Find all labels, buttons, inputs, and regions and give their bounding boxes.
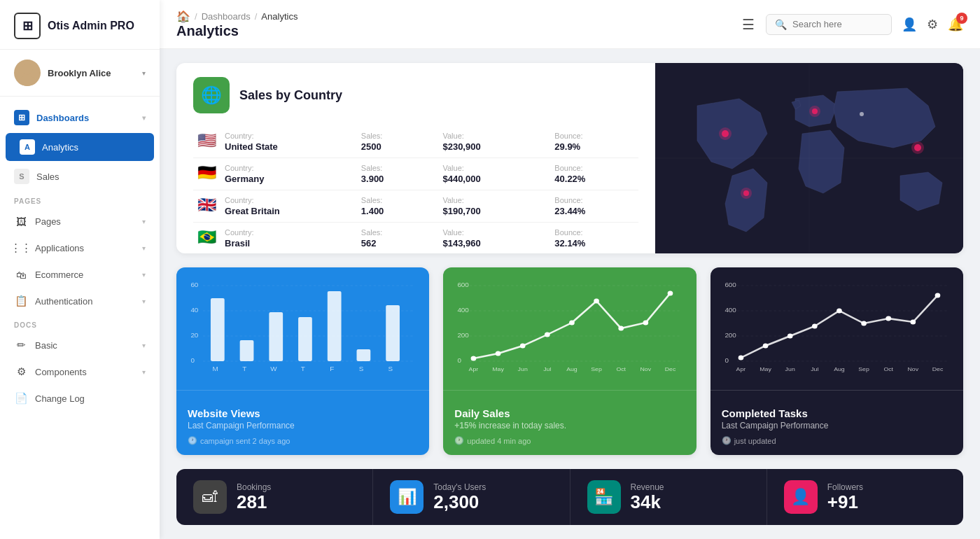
authentication-icon: 📋: [14, 294, 28, 308]
svg-rect-23: [240, 340, 254, 361]
bookings-text: Bookings 281: [237, 482, 271, 512]
website-views-card: 60 40 20 0: [176, 267, 429, 455]
sidebar-item-components[interactable]: ⚙ Components ▾: [0, 358, 160, 385]
svg-point-77: [910, 320, 916, 325]
sales-globe-icon: 🌐: [193, 77, 230, 113]
bounce-value: 23.44%: [554, 206, 634, 216]
svg-point-0: [22, 64, 33, 75]
bookings-label: Bookings: [237, 482, 271, 492]
sidebar-item-analytics[interactable]: A Analytics: [6, 133, 154, 161]
svg-point-8: [809, 106, 820, 117]
sidebar-item-sales[interactable]: S Sales: [0, 162, 160, 190]
charts-row: 60 40 20 0: [176, 267, 963, 455]
svg-text:Aug: Aug: [834, 365, 845, 372]
svg-point-11: [911, 141, 924, 154]
table-row: 🇺🇸 Country: United State Sales: 2500 Val…: [193, 126, 638, 158]
svg-text:M: M: [212, 365, 218, 372]
bounce-value: 40.22%: [554, 174, 634, 184]
sales-value: 1.400: [361, 206, 425, 216]
svg-point-75: [861, 321, 867, 326]
svg-rect-22: [211, 298, 225, 361]
country-flag: 🇺🇸: [197, 132, 216, 149]
website-views-subtitle: Last Campaign Performance: [188, 421, 418, 430]
svg-rect-28: [386, 305, 400, 361]
sidebar-item-pages[interactable]: 🖼 Pages ▾: [0, 208, 160, 234]
stat-item-bookings: 🛋 Bookings 281: [176, 469, 373, 525]
breadcrumb-dashboards[interactable]: Dashboards: [202, 11, 251, 22]
main-content: 🏠 / Dashboards / Analytics Analytics ☰ 🔍…: [160, 0, 980, 539]
sidebar-item-ecommerce[interactable]: 🛍 Ecommerce ▾: [0, 261, 160, 288]
svg-point-1: [18, 76, 36, 86]
dashboards-label: Dashboards: [36, 113, 135, 123]
svg-text:Oct: Oct: [617, 365, 626, 372]
ecommerce-label: Ecommerce: [35, 270, 135, 280]
pages-label: Pages: [35, 216, 135, 227]
daily-sales-svg: 600 400 200 0: [454, 279, 685, 377]
applications-label: Applications: [35, 243, 135, 253]
page-title: Analytics: [176, 23, 724, 39]
svg-rect-24: [269, 312, 283, 361]
sidebar-item-basic[interactable]: ✏ Basic ▾: [0, 332, 160, 358]
svg-rect-27: [357, 349, 371, 361]
country-col-label: Country:: [225, 196, 343, 204]
svg-point-46: [520, 344, 526, 349]
clock-icon: 🕐: [454, 436, 464, 445]
svg-text:W: W: [270, 365, 276, 372]
revenue-icon: 🏪: [587, 480, 621, 514]
search-box[interactable]: 🔍: [766, 14, 892, 35]
sidebar-item-authentication[interactable]: 📋 Authentication ▾: [0, 288, 160, 314]
svg-text:Nov: Nov: [907, 365, 918, 372]
basic-label: Basic: [35, 340, 135, 351]
search-input[interactable]: [792, 19, 876, 29]
svg-text:40: 40: [190, 306, 198, 313]
hamburger-icon[interactable]: ☰: [742, 16, 755, 33]
completed-tasks-svg: 600 400 200 0: [722, 279, 952, 377]
basic-icon: ✏: [14, 338, 28, 352]
breadcrumb: 🏠 / Dashboards / Analytics: [176, 10, 724, 23]
country-name: Great Britain: [225, 206, 343, 216]
app-name: Otis Admin PRO: [48, 20, 134, 32]
svg-rect-26: [328, 291, 342, 361]
followers-text: Followers +91: [827, 482, 863, 512]
sidebar-item-applications[interactable]: ⋮⋮ Applications ▾: [0, 234, 160, 261]
revenue-text: Revenue 34k: [631, 482, 664, 512]
sales-value: 3.900: [361, 174, 425, 184]
daily-sales-meta: 🕐 updated 4 min ago: [454, 436, 685, 445]
completed-tasks-title: Completed Tasks: [722, 407, 952, 419]
svg-text:Dec: Dec: [932, 365, 943, 372]
sidebar-item-dashboards[interactable]: ⊞ Dashboards ▾: [0, 104, 160, 132]
svg-text:0: 0: [458, 356, 461, 363]
sidebar-user[interactable]: Brooklyn Alice ▾: [0, 50, 160, 97]
user-name: Brooklyn Alice: [48, 68, 135, 78]
sidebar-item-changelog[interactable]: 📄 Change Log: [0, 385, 160, 412]
svg-text:200: 200: [724, 331, 736, 338]
notifications-button[interactable]: 🔔 9: [948, 17, 963, 32]
breadcrumb-sep2: /: [255, 11, 258, 22]
svg-point-52: [668, 291, 673, 296]
settings-icon[interactable]: ⚙: [927, 17, 938, 32]
daily-sales-subtitle-text: increase in today sales.: [479, 421, 566, 430]
completed-tasks-card: 600 400 200 0: [710, 267, 963, 455]
svg-point-72: [788, 334, 793, 339]
user-profile-icon[interactable]: 👤: [902, 17, 917, 32]
country-table: 🇺🇸 Country: United State Sales: 2500 Val…: [193, 126, 638, 253]
sidebar: ⊞ Otis Admin PRO Brooklyn Alice ▾ ⊞ Dash…: [0, 0, 160, 539]
svg-text:May: May: [493, 365, 505, 372]
app-logo: ⊞ Otis Admin PRO: [0, 0, 160, 50]
daily-sales-card: 600 400 200 0: [443, 267, 696, 455]
section-docs: DOCS: [0, 314, 160, 332]
table-row: 🇬🇧 Country: Great Britain Sales: 1.400 V…: [193, 190, 638, 223]
svg-text:Sep: Sep: [592, 365, 603, 372]
basic-chevron-icon: ▾: [142, 342, 146, 349]
svg-text:200: 200: [458, 331, 469, 338]
applications-icon: ⋮⋮: [14, 241, 28, 255]
users-value: 2,300: [433, 492, 486, 512]
header-title-block: 🏠 / Dashboards / Analytics Analytics: [176, 10, 724, 39]
pages-chevron-icon: ▾: [142, 218, 146, 225]
svg-text:Jul: Jul: [811, 365, 818, 372]
country-col-label: Country:: [225, 164, 343, 172]
sales-col-label: Sales:: [361, 228, 425, 237]
website-views-title: Website Views: [188, 407, 418, 419]
topbar-right: 🔍 👤 ⚙ 🔔 9: [766, 14, 963, 35]
country-flag: 🇧🇷: [197, 228, 216, 246]
